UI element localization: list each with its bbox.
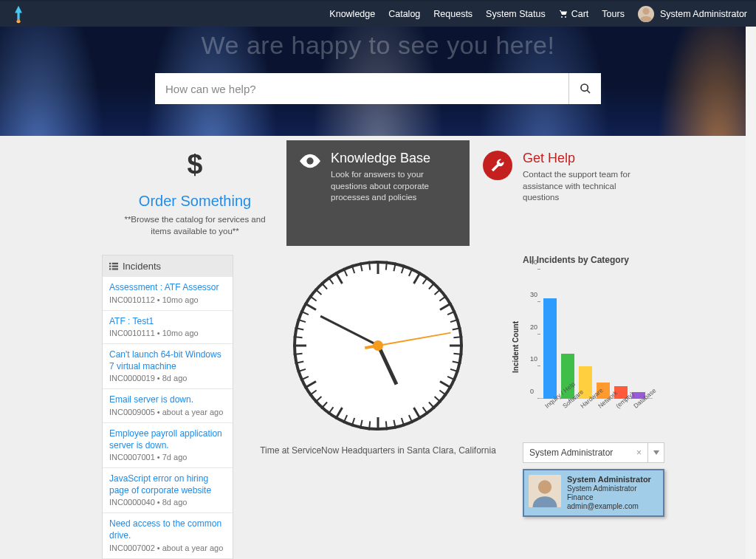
clock-tick — [295, 327, 303, 330]
chart-bar[interactable] — [543, 298, 557, 399]
clock-tick — [300, 376, 309, 381]
incident-meta: INC0007002 • about a year ago — [109, 543, 226, 552]
clock-caption: Time at ServiceNow Headquarters in Santa… — [260, 445, 496, 456]
clock-tick — [294, 336, 303, 338]
hero-title: We are happy to see you here! — [202, 31, 555, 60]
logo[interactable] — [9, 4, 28, 24]
clock-face — [293, 261, 463, 431]
clock-tick — [439, 295, 447, 302]
user-card-email: admin@example.com — [567, 502, 639, 510]
svg-rect-7 — [112, 262, 118, 264]
incident-link[interactable]: JavaScript error on hiring page of corpo… — [109, 473, 226, 496]
search-input[interactable] — [155, 73, 568, 104]
incident-item[interactable]: Email server is down.INC0009005 • about … — [103, 388, 233, 422]
clock-tick — [439, 302, 452, 311]
user-select[interactable]: System Administrator × — [523, 442, 664, 463]
clock-tick — [343, 415, 348, 424]
chart-y-tick: 30 — [530, 291, 537, 298]
search-button[interactable] — [568, 73, 601, 104]
clock-tick — [351, 264, 356, 273]
chevron-down-icon — [653, 450, 659, 455]
clock-tick — [393, 262, 396, 271]
chart-y-tick: 0 — [530, 388, 534, 395]
incident-item[interactable]: Need access to the common drive.INC00070… — [103, 512, 233, 558]
scrollbar[interactable] — [746, 27, 756, 559]
incident-link[interactable]: Employee payroll application server is d… — [109, 428, 226, 451]
nav-knowledge[interactable]: Knowledge — [329, 9, 375, 19]
clock-tick — [377, 417, 379, 431]
clock-tick — [453, 360, 461, 363]
clock-tick — [447, 376, 456, 381]
nav-user[interactable]: System Administrator — [638, 6, 747, 22]
user-select-value[interactable]: System Administrator × — [523, 442, 648, 463]
incidents-chart[interactable]: Incident Count 010203040 Inquiry / HelpS… — [523, 270, 656, 425]
quick-links: $ Order Something **Browse the catalog f… — [0, 136, 756, 246]
incidents-header: Incidents — [103, 256, 233, 277]
incident-link[interactable]: Email server is down. — [109, 394, 226, 406]
clock-tick — [315, 288, 322, 295]
clear-icon[interactable]: × — [636, 447, 642, 458]
clock-tick — [343, 268, 348, 277]
clock-tick — [320, 282, 328, 289]
clock-tick — [304, 302, 317, 311]
incident-link[interactable]: Assessment : ATF Assessor — [109, 282, 226, 294]
user-card-dept: Finance — [567, 493, 594, 501]
incident-item[interactable]: Can't launch 64-bit Windows 7 virtual ma… — [103, 343, 233, 388]
clock-tick — [334, 407, 343, 419]
clock-tick — [413, 272, 422, 284]
clock-tick — [297, 368, 306, 373]
clock-second-hand — [378, 332, 451, 346]
user-card-role: System Administrator — [567, 484, 636, 493]
nav-requests[interactable]: Requests — [433, 9, 472, 19]
clock-tick — [408, 268, 413, 277]
nav-cart[interactable]: Cart — [559, 9, 589, 19]
clock-tick — [453, 353, 462, 355]
clock-tick — [315, 396, 322, 403]
user-select-dropdown[interactable] — [648, 442, 664, 463]
clock-tick — [297, 319, 306, 323]
nav-system-status[interactable]: System Status — [486, 9, 546, 19]
chart-y-tick: 20 — [530, 323, 537, 331]
eye-icon — [300, 154, 320, 168]
chart-title: All Incidents by Category — [523, 255, 664, 265]
incidents-header-label: Incidents — [123, 261, 161, 272]
clock-tick — [377, 261, 379, 274]
clock-tick — [393, 420, 396, 429]
incident-item[interactable]: ATF : Test1INC0010111 • 10mo ago — [103, 310, 233, 344]
list-icon — [109, 262, 118, 271]
user-card[interactable]: System Administrator System Administrato… — [523, 469, 664, 517]
svg-rect-8 — [109, 265, 111, 267]
incident-item[interactable]: JavaScript error on hiring page of corpo… — [103, 467, 233, 512]
clock-tick — [309, 295, 317, 302]
card-get-help[interactable]: Get Help Contact the support team for as… — [470, 140, 653, 246]
clock-tick — [295, 360, 303, 363]
card-order-something[interactable]: $ Order Something **Browse the catalog f… — [103, 140, 286, 246]
clock-minute-hand — [320, 315, 379, 347]
clock-tick — [368, 261, 371, 270]
incident-link[interactable]: Need access to the common drive. — [109, 518, 226, 541]
search-icon — [580, 83, 591, 95]
incident-link[interactable]: Can't launch 64-bit Windows 7 virtual ma… — [109, 349, 226, 372]
incident-item[interactable]: Employee payroll application server is d… — [103, 422, 233, 467]
incident-meta: INC0007001 • 7d ago — [109, 453, 226, 462]
clock-tick — [439, 380, 452, 389]
incident-meta: INC0000019 • 8d ago — [109, 374, 226, 383]
card-order-sub: **Browse the catalog for services and it… — [117, 214, 273, 237]
incident-item[interactable]: Assessment : ATF AssessorINC0010112 • 10… — [103, 277, 233, 310]
clock-widget: Time at ServiceNow Headquarters in Santa… — [233, 255, 523, 559]
clock-tick — [309, 390, 317, 397]
clock-tick — [434, 288, 441, 295]
incident-meta: INC0010111 • 10mo ago — [109, 329, 226, 337]
card-knowledge-base[interactable]: Knowledge Base Look for answers to your … — [286, 140, 470, 246]
clock-tick — [401, 418, 405, 427]
incident-link[interactable]: ATF : Test1 — [109, 316, 226, 328]
clock-tick — [447, 310, 456, 315]
chart-x-labels: Inquiry / HelpSoftwareHardwareNetwork(em… — [543, 399, 653, 425]
nav-catalog[interactable]: Catalog — [388, 9, 420, 19]
svg-line-3 — [587, 90, 590, 93]
svg-rect-11 — [112, 268, 118, 270]
svg-text:$: $ — [188, 149, 203, 179]
chart-y-label: Incident Count — [518, 295, 526, 347]
incident-meta: INC0010112 • 10mo ago — [109, 295, 226, 304]
nav-tours[interactable]: Tours — [602, 9, 625, 19]
